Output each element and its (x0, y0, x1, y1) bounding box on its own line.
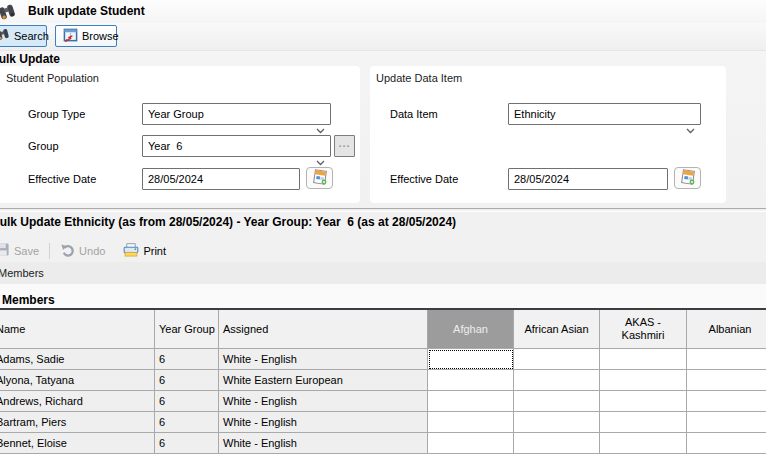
binoculars-icon (0, 28, 10, 44)
name-cell: Adams, Sadie (0, 349, 155, 370)
ethnicity-cell-african-asian[interactable] (514, 391, 600, 412)
bulk-update-student-window: Bulk update Student Search (0, 0, 766, 454)
browse-window-icon (63, 28, 78, 45)
members-table: NameYear GroupAssignedAfghanAfrican Asia… (0, 310, 766, 454)
effective-date-input[interactable]: 28/05/2024 (508, 168, 668, 190)
members-link[interactable]: Members (0, 267, 44, 279)
date-picker-button[interactable] (306, 167, 333, 189)
spacer (0, 284, 766, 310)
ethnicity-cell-akas-kashmiri[interactable] (600, 349, 687, 370)
name-cell: Alyona, Tatyana (0, 370, 155, 391)
ethnicity-cell-african-asian[interactable] (514, 433, 600, 454)
browse-button[interactable]: Browse (55, 25, 117, 47)
window-title-bar: Bulk update Student (0, 0, 766, 23)
update-data-item-panel: Update Data Item Data Item Ethnicity Eff… (370, 66, 726, 203)
undo-button-label: Undo (79, 245, 105, 257)
ethnicity-cell-african-asian[interactable] (514, 349, 600, 370)
year-group-cell: 6 (155, 391, 219, 412)
detail-toolbar: Save Undo Print (0, 239, 766, 262)
binoculars-icon (0, 3, 17, 23)
assigned-cell: White - English (219, 433, 428, 454)
student-population-panel: Student Population Group Type Year Group… (0, 66, 360, 203)
calendar-icon (680, 169, 696, 187)
save-button[interactable]: Save (0, 240, 43, 262)
search-button-label: Search (14, 30, 49, 42)
table-row: Alyona, Tatyana6White Eastern European (0, 370, 766, 391)
year-group-cell: 6 (155, 370, 219, 391)
data-item-value: Ethnicity (514, 108, 556, 120)
group-dropdown[interactable]: Year 6 (142, 135, 331, 157)
assigned-cell: White - English (219, 349, 428, 370)
save-button-label: Save (14, 245, 39, 257)
column-header-albanian[interactable]: Albanian (687, 310, 766, 349)
bulk-update-section-title: Bulk Update (0, 52, 60, 66)
ethnicity-cell-african-asian[interactable] (514, 412, 600, 433)
ethnicity-cell-afghan[interactable] (428, 391, 514, 412)
browse-button-label: Browse (82, 30, 119, 42)
ethnicity-cell-akas-kashmiri[interactable] (600, 391, 687, 412)
ethnicity-cell-albanian[interactable] (687, 349, 766, 370)
name-cell: Bennet, Eloise (0, 433, 155, 454)
group-lookup-button[interactable]: ... (334, 135, 355, 157)
ethnicity-cell-african-asian[interactable] (514, 370, 600, 391)
data-item-label: Data Item (390, 108, 438, 120)
name-cell: Bartram, Piers (0, 412, 155, 433)
ethnicity-cell-afghan[interactable] (428, 433, 514, 454)
assigned-cell: White - English (219, 412, 428, 433)
effective-date-label: Effective Date (28, 173, 96, 185)
section-divider (0, 208, 766, 212)
ethnicity-cell-akas-kashmiri[interactable] (600, 433, 687, 454)
column-header-afghan[interactable]: Afghan (428, 310, 514, 349)
data-item-dropdown[interactable]: Ethnicity (508, 103, 701, 125)
table-row: Adams, Sadie6White - English (0, 349, 766, 370)
page-title: Bulk update Student (28, 4, 145, 18)
links-panel: Members (0, 262, 766, 284)
date-picker-button[interactable] (674, 167, 701, 189)
toolbar-separator (49, 243, 50, 259)
assigned-cell: White Eastern European (219, 370, 428, 391)
year-group-cell: 6 (155, 412, 219, 433)
ethnicity-cell-afghan[interactable] (428, 412, 514, 433)
student-population-title: Student Population (6, 72, 99, 84)
members-section-title: Members (2, 293, 55, 307)
effective-date-label: Effective Date (390, 173, 458, 185)
undo-arrow-icon (60, 243, 75, 259)
column-header-african-asian[interactable]: African Asian (514, 310, 600, 349)
ethnicity-cell-afghan[interactable] (428, 370, 514, 391)
table-row: Bartram, Piers6White - English (0, 412, 766, 433)
year-group-cell: 6 (155, 433, 219, 454)
undo-button[interactable]: Undo (56, 240, 109, 262)
effective-date-value: 28/05/2024 (148, 173, 203, 185)
ethnicity-cell-akas-kashmiri[interactable] (600, 370, 687, 391)
column-header-name[interactable]: Name (0, 310, 155, 349)
column-header-assigned[interactable]: Assigned (219, 310, 428, 349)
detail-section-title: Bulk Update Ethnicity (as from 28/05/202… (0, 215, 456, 229)
table-row: Andrews, Richard6White - English (0, 391, 766, 412)
group-value: Year 6 (148, 140, 182, 152)
main-toolbar: Search Browse (0, 23, 766, 51)
ethnicity-cell-afghan-focused[interactable] (428, 349, 514, 370)
printer-icon (123, 243, 139, 259)
ethnicity-cell-albanian[interactable] (687, 370, 766, 391)
chevron-down-icon (662, 112, 695, 148)
ethnicity-cell-albanian[interactable] (687, 391, 766, 412)
group-type-value: Year Group (148, 108, 204, 120)
print-button[interactable]: Print (119, 240, 170, 262)
table-row: Bennet, Eloise6White - English (0, 433, 766, 454)
group-label: Group (28, 140, 59, 152)
update-data-item-title: Update Data Item (376, 72, 462, 84)
print-button-label: Print (143, 245, 166, 257)
name-cell: Andrews, Richard (0, 391, 155, 412)
column-header-akas-kashmiri[interactable]: AKAS - Kashmiri (600, 310, 687, 349)
ethnicity-cell-akas-kashmiri[interactable] (600, 412, 687, 433)
ethnicity-cell-albanian[interactable] (687, 433, 766, 454)
ethnicity-cell-albanian[interactable] (687, 412, 766, 433)
search-button[interactable]: Search (0, 25, 47, 47)
effective-date-value: 28/05/2024 (514, 173, 569, 185)
calendar-icon (312, 169, 328, 187)
group-type-dropdown[interactable]: Year Group (142, 103, 331, 125)
column-header-year-group[interactable]: Year Group (155, 310, 219, 349)
effective-date-input[interactable]: 28/05/2024 (142, 168, 300, 190)
assigned-cell: White - English (219, 391, 428, 412)
floppy-disk-icon (0, 242, 10, 259)
